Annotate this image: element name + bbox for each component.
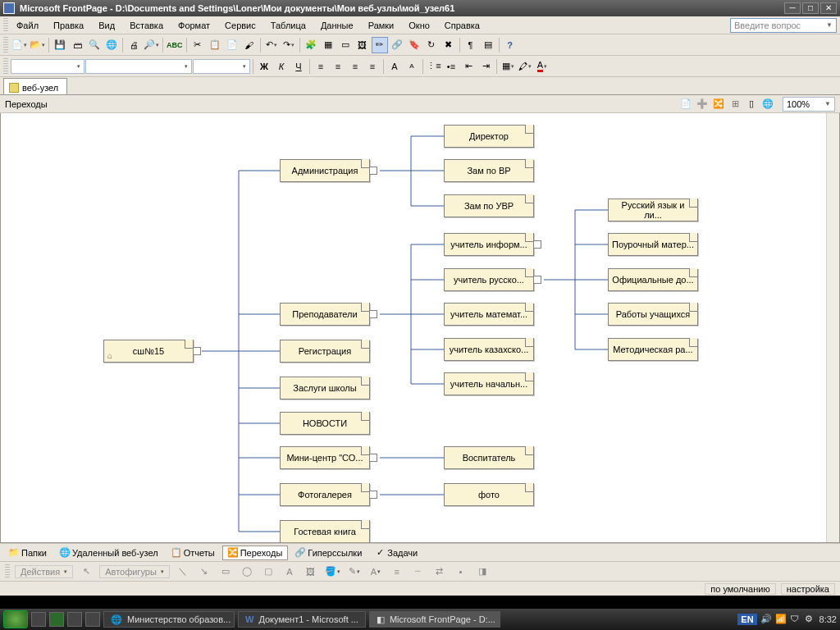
increase-indent-button[interactable]: ⇥ (477, 58, 494, 75)
textbox-button[interactable]: ▢ (260, 564, 276, 580)
align-left-button[interactable]: ≡ (313, 58, 329, 75)
tab-tasks[interactable]: ✓Задачи (369, 546, 423, 560)
shadow-button[interactable]: ▪ (453, 564, 469, 580)
node-merits[interactable]: Заслуги школы (280, 377, 370, 399)
tray-icon[interactable]: 🔊 (760, 614, 772, 625)
node-rus-method[interactable]: Методическая ра... (608, 338, 698, 361)
dash-style-button[interactable]: ┈ (410, 564, 427, 580)
rectangle-button[interactable]: ▭ (217, 564, 234, 580)
node-teachers[interactable]: Преподаватели (280, 303, 370, 326)
increase-font-button[interactable]: A (386, 58, 403, 75)
node-teacher-rus[interactable]: учитель русско... (444, 268, 534, 291)
taskbar-item[interactable]: WДокумент1 - Microsoft ... (238, 611, 366, 628)
clipart-button[interactable]: 🖼 (303, 564, 319, 580)
node-gallery[interactable]: Фотогалерея (280, 483, 370, 506)
publish-button[interactable]: 🌐 (103, 37, 120, 53)
document-tab[interactable]: веб-узел (3, 78, 67, 94)
node-minicenter[interactable]: Мини-центр "СО... (280, 446, 370, 469)
node-rus-lesson[interactable]: Поурочный матер... (608, 233, 698, 256)
line-button[interactable]: ＼ (175, 564, 191, 580)
add-existing-icon[interactable]: ➕ (696, 98, 709, 111)
node-educator[interactable]: Воспитатель (444, 446, 534, 469)
included-icon[interactable]: ⊞ (728, 98, 742, 111)
quicklaunch-icon[interactable] (31, 612, 46, 627)
node-director[interactable]: Директор (444, 125, 534, 148)
justify-button[interactable]: ≡ (364, 58, 381, 75)
help-button[interactable]: ? (502, 37, 518, 53)
tab-reports[interactable]: 📋Отчеты (166, 546, 221, 560)
quicklaunch-icon[interactable] (49, 612, 64, 627)
paste-button[interactable]: 📄 (224, 37, 240, 53)
tab-folders[interactable]: 📁Папки (3, 546, 52, 560)
node-rus-lang[interactable]: Русский язык и ли... (608, 199, 698, 221)
tray-icon[interactable]: 🛡 (790, 614, 801, 625)
actions-menu[interactable]: Действия▾ (15, 565, 73, 578)
refresh-button[interactable]: ↻ (423, 37, 440, 53)
node-guestbook[interactable]: Гостевая книга (280, 520, 370, 543)
oval-button[interactable]: ◯ (239, 564, 255, 580)
clock[interactable]: 8:32 (819, 614, 837, 624)
borders-button[interactable]: ▦▾ (500, 58, 516, 75)
fill-color-button[interactable]: 🪣▾ (324, 564, 341, 580)
quicklaunch-icon[interactable] (85, 612, 100, 627)
menu-frames[interactable]: Рамки (362, 19, 401, 32)
tray-icon[interactable]: 📶 (775, 614, 787, 625)
node-teacher-kaz[interactable]: учитель казахско... (444, 338, 534, 361)
print-button[interactable]: 🖨 (126, 37, 142, 53)
web-component-button[interactable]: 🧩 (303, 37, 319, 53)
node-rus-official[interactable]: Официальные до... (608, 268, 698, 291)
node-teacher-prim[interactable]: учитель начальн... (444, 372, 534, 395)
align-center-button[interactable]: ≡ (330, 58, 346, 75)
menu-help[interactable]: Справка (438, 19, 486, 32)
node-zam-vr[interactable]: Зам по ВР (444, 159, 534, 182)
numbered-list-button[interactable]: ⋮≡ (426, 58, 442, 75)
node-root[interactable]: ⌂ сш№15 (103, 340, 194, 363)
menu-file[interactable]: Файл (10, 19, 45, 32)
show-all-button[interactable]: ¶ (463, 37, 479, 53)
node-zam-uvr[interactable]: Зам по УВР (444, 194, 534, 217)
underline-button[interactable]: Ч (290, 58, 307, 75)
menu-view[interactable]: Вид (92, 19, 121, 32)
node-admin[interactable]: Администрация (280, 159, 370, 182)
menu-table[interactable]: Таблица (264, 19, 313, 32)
subtree-icon[interactable]: 🌐 (761, 98, 774, 111)
save-all-button[interactable]: 🗃 (69, 37, 85, 53)
menu-format[interactable]: Формат (171, 19, 217, 32)
status-default[interactable]: по умолчанию (705, 583, 775, 595)
drawing-button[interactable]: ✏ (372, 37, 388, 53)
tab-remote[interactable]: 🌐Удаленный веб-узел (54, 546, 164, 560)
font-color-button[interactable]: A▾ (368, 564, 384, 580)
taskbar-item-active[interactable]: ◧Microsoft FrontPage - D:... (369, 611, 500, 628)
line-style-button[interactable]: ≡ (389, 564, 405, 580)
menu-window[interactable]: Окно (402, 19, 436, 32)
node-news[interactable]: НОВОСТИ (280, 412, 370, 435)
preview-button[interactable]: 🔎▾ (143, 37, 160, 53)
hyperlink-button[interactable]: 🔗 (389, 37, 405, 53)
show-layer-button[interactable]: ▤ (480, 37, 496, 53)
copy-button[interactable]: 📋 (207, 37, 223, 53)
node-photo[interactable]: фото (444, 483, 534, 506)
redo-button[interactable]: ↷▾ (281, 37, 297, 53)
3d-button[interactable]: ◨ (474, 564, 491, 580)
new-page-icon[interactable]: 📄 (679, 98, 692, 111)
layer-button[interactable]: ▭ (337, 37, 354, 53)
bullet-list-button[interactable]: •≡ (443, 58, 459, 75)
stop-button[interactable]: ✖ (441, 37, 457, 53)
bookmark-button[interactable]: 🔖 (406, 37, 422, 53)
nav-view-icon[interactable]: 🔀 (712, 98, 725, 111)
select-button[interactable]: ↖ (78, 564, 94, 580)
tray-icon[interactable]: ⚙ (805, 614, 816, 625)
highlight-button[interactable]: 🖍▾ (517, 58, 533, 75)
autoshapes-menu[interactable]: Автофигуры▾ (99, 565, 170, 578)
quicklaunch-icon[interactable] (67, 612, 82, 627)
menu-data[interactable]: Данные (314, 19, 360, 32)
align-right-button[interactable]: ≡ (347, 58, 363, 75)
cut-button[interactable]: ✂ (189, 37, 206, 53)
node-rus-works[interactable]: Работы учащихся (608, 303, 698, 326)
menu-tools[interactable]: Сервис (218, 19, 262, 32)
undo-button[interactable]: ↶▾ (263, 37, 280, 53)
status-setup[interactable]: настройка (781, 583, 835, 595)
maximize-button[interactable]: □ (802, 2, 819, 14)
spellcheck-button[interactable]: ABC (166, 37, 184, 53)
arrow-button[interactable]: ↘ (196, 564, 212, 580)
